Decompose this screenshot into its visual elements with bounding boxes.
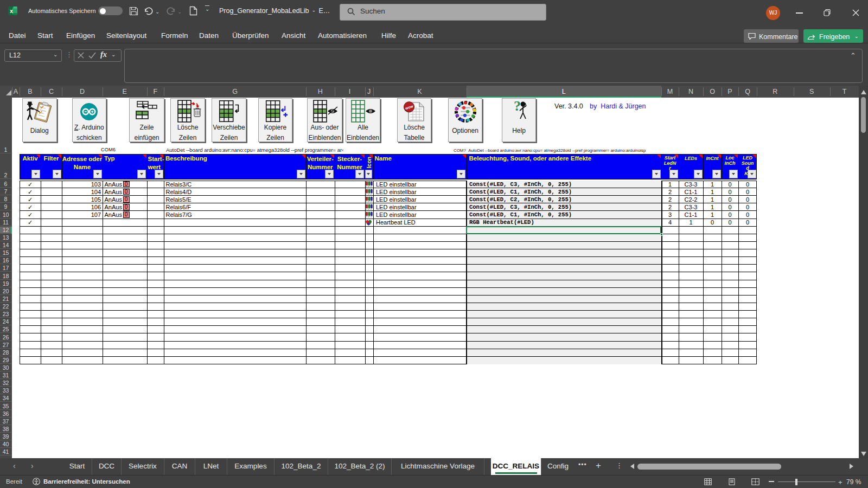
svg-text:?: ? [514,99,521,114]
svg-text:x: x [10,8,13,14]
